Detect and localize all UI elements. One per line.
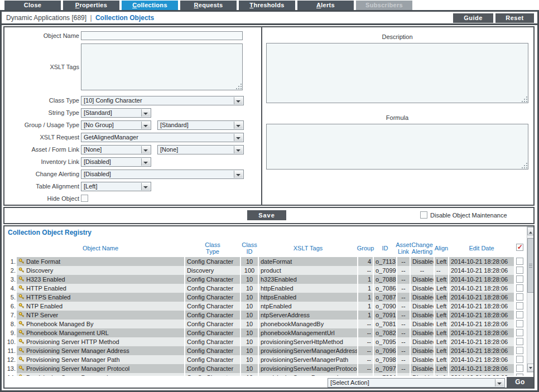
scroll-up-icon[interactable]: [527, 227, 534, 235]
tab-properties[interactable]: Properties: [63, 1, 119, 10]
cell-object-name[interactable]: NTP Enabled: [17, 302, 184, 311]
chevron-down-icon: [141, 158, 150, 166]
cell-object-name[interactable]: NTP Server: [17, 311, 184, 320]
cell-edit-date: 2014-10-21 18:28:06: [449, 346, 514, 355]
cell-object-name[interactable]: Provisioning Server Manager Path: [17, 355, 184, 364]
column-header-group[interactable]: Group: [358, 239, 373, 257]
object-name-input[interactable]: [81, 31, 243, 40]
row-checkbox[interactable]: [516, 356, 523, 363]
column-header-align[interactable]: Align: [435, 239, 448, 257]
select-action-value: [Select Action]: [330, 379, 369, 386]
cell-group: --: [358, 346, 373, 355]
cell-class-id: 10: [241, 311, 258, 320]
column-header-change-alerting[interactable]: Change Alerting: [411, 239, 434, 257]
cell-class-type: Config Character: [185, 284, 240, 293]
cell-object-name[interactable]: Phonebook Management URL: [17, 328, 184, 337]
xslt-tags-textarea[interactable]: [81, 43, 243, 90]
row-checkbox[interactable]: [516, 267, 523, 274]
row-checkbox[interactable]: [516, 329, 523, 336]
description-textarea[interactable]: [266, 43, 528, 103]
resize-grip-icon[interactable]: [526, 101, 527, 102]
select-action-dropdown[interactable]: [Select Action]: [328, 378, 505, 388]
group-select[interactable]: [No Group]: [81, 120, 151, 130]
column-header-object-name[interactable]: Object Name: [17, 239, 184, 257]
tab-collections[interactable]: Collections: [122, 1, 178, 10]
row-checkbox[interactable]: [516, 347, 523, 354]
cell-group: 1: [358, 293, 373, 302]
cell-align: Left: [435, 293, 448, 302]
usage-type-select[interactable]: [Standard]: [157, 120, 244, 130]
cell-align: --: [435, 266, 448, 275]
tab-alerts[interactable]: Alerts: [297, 1, 354, 10]
row-checkbox[interactable]: [516, 275, 523, 283]
go-button[interactable]: Go: [507, 377, 533, 388]
formula-textarea[interactable]: [266, 124, 528, 170]
row-number: 11.: [4, 346, 16, 355]
select-all-checkbox[interactable]: [516, 244, 523, 251]
cell-class-type: Config Character: [185, 293, 240, 302]
column-header-xslt-tags[interactable]: XSLT Tags: [259, 239, 357, 257]
column-header-asset-link[interactable]: Asset Link: [397, 239, 410, 257]
cell-class-type: Config Character: [185, 364, 240, 373]
key-icon: [18, 312, 25, 318]
guide-button[interactable]: Guide: [453, 13, 493, 23]
row-checkbox[interactable]: [516, 293, 523, 301]
tab-close[interactable]: Close: [4, 1, 61, 10]
column-header-class-type[interactable]: Class Type: [185, 239, 240, 257]
vertical-scrollbar[interactable]: [527, 226, 535, 372]
row-number: 5.: [4, 293, 16, 302]
cell-object-name[interactable]: H323 Enabled: [17, 275, 184, 284]
xslt-request-label: XSLT Request: [7, 133, 79, 142]
cell-edit-date: 2014-10-21 18:28:06: [449, 311, 514, 320]
row-checkbox[interactable]: [516, 258, 523, 265]
row-checkbox[interactable]: [516, 338, 523, 345]
save-button[interactable]: Save: [247, 210, 286, 220]
form-link-select[interactable]: [None]: [157, 145, 244, 154]
cell-object-name[interactable]: Provisioning Server HTTP Method: [17, 337, 184, 346]
tab-requests[interactable]: Requests: [180, 1, 237, 10]
cell-edit-date: 2014-10-21 18:28:06: [449, 293, 514, 302]
table-alignment-select[interactable]: [Left]: [81, 182, 151, 191]
row-checkbox[interactable]: [516, 320, 523, 327]
cell-xslt-tags: httpEnabled: [259, 284, 357, 293]
cell-object-name[interactable]: Provisioning Server Manager Protocol: [17, 364, 184, 373]
resize-grip-icon[interactable]: [526, 167, 527, 168]
panel-divider: [261, 27, 262, 205]
cell-object-name[interactable]: Provisioning Server Manager Address: [17, 346, 184, 355]
cell-edit-date: 2014-10-21 18:28:06: [449, 328, 514, 337]
cell-class-type: Config Character: [185, 275, 240, 284]
reset-button[interactable]: Reset: [495, 13, 534, 23]
row-number: 13.: [4, 364, 16, 373]
scrollbar-thumb[interactable]: [527, 238, 534, 293]
change-alerting-select[interactable]: [Disabled]: [81, 170, 244, 179]
class-type-select[interactable]: [10] Config Character: [81, 96, 244, 105]
row-checkbox[interactable]: [516, 284, 523, 292]
row-checkbox[interactable]: [516, 302, 523, 309]
hide-object-checkbox[interactable]: [81, 195, 88, 202]
string-type-select[interactable]: [Standard]: [81, 108, 151, 118]
asset-link-select[interactable]: [None]: [81, 145, 151, 154]
row-checkbox[interactable]: [516, 365, 523, 372]
class-type-value: [10] Config Character: [84, 97, 142, 104]
cell-asset-link: --: [397, 275, 410, 284]
inventory-link-select[interactable]: [Disabled]: [81, 157, 151, 167]
cell-object-name[interactable]: Phonebook Managed By: [17, 320, 184, 328]
resize-grip-icon[interactable]: [240, 88, 242, 89]
cell-object-name[interactable]: HTTP Enabled: [17, 284, 184, 293]
scroll-down-icon[interactable]: [527, 364, 534, 372]
tab-thresholds[interactable]: Thresholds: [239, 1, 295, 10]
column-header-id[interactable]: ID: [374, 239, 396, 257]
row-checkbox[interactable]: [516, 311, 523, 318]
object-editor-panel: Object Name XSLT Tags Class Type [10] Co…: [3, 26, 535, 206]
cell-align: Left: [435, 320, 448, 328]
column-header-class-id[interactable]: Class ID: [241, 239, 258, 257]
key-icon: [18, 276, 25, 282]
xslt-request-select[interactable]: GetAlignedManager: [81, 133, 244, 142]
cell-object-name[interactable]: Discovery: [17, 266, 184, 275]
table-row: 3.H323 EnabledConfig Character10h323Enab…: [4, 275, 533, 284]
cell-object-name[interactable]: Date Format: [17, 257, 184, 266]
column-header-edit-date[interactable]: Edit Date: [449, 239, 514, 257]
disable-object-maintenance-checkbox[interactable]: [420, 211, 427, 219]
cell-object-name[interactable]: HTTPS Enabled: [17, 293, 184, 302]
cell-edit-date: 2014-10-21 18:28:06: [449, 257, 514, 266]
